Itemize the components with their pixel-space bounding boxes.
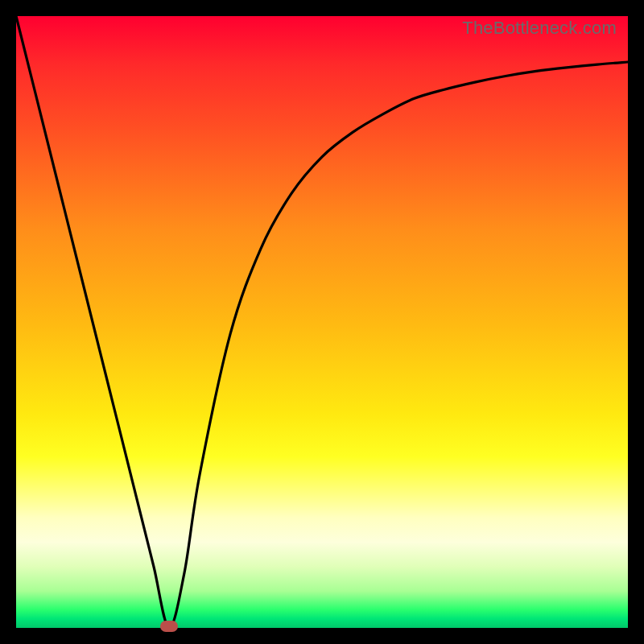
bottleneck-curve xyxy=(16,16,628,628)
plot-frame: TheBottleneck.com xyxy=(16,16,628,628)
min-marker-dot xyxy=(160,621,178,632)
curve-path xyxy=(16,16,628,628)
